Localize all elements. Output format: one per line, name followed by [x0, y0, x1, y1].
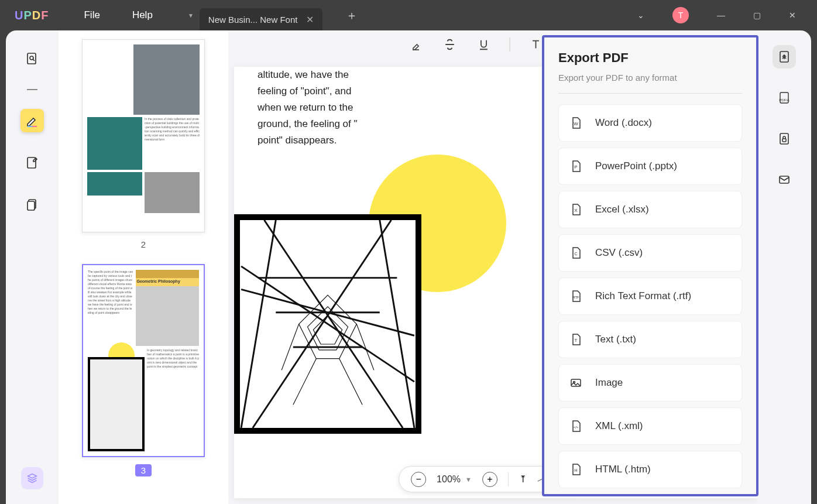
svg-line-21 — [265, 220, 403, 428]
svg-rect-37 — [782, 139, 786, 142]
export-label: Excel (.xlsx) — [595, 204, 649, 215]
thumbnail-label: 3 — [135, 464, 152, 476]
document-tab[interactable]: New Busin... New Font ✕ — [200, 8, 323, 30]
export-powerpoint[interactable]: P PowerPoint (.pptx) — [558, 148, 742, 185]
powerpoint-icon: P — [568, 159, 583, 174]
xml-icon: </> — [568, 419, 583, 434]
export-csv[interactable]: C CSV (.csv) — [558, 234, 742, 272]
divider-icon — [27, 89, 37, 90]
tab-add-button[interactable]: ＋ — [346, 8, 358, 23]
excel-icon: X — [568, 202, 583, 217]
right-toolbar: PDF/A — [757, 30, 811, 504]
pdfa-tool[interactable]: PDF/A — [773, 86, 796, 109]
user-avatar[interactable]: T — [672, 7, 689, 23]
layers-icon[interactable] — [21, 467, 43, 489]
titlebar: UPDF File Help ▼ New Busin... New Font ✕… — [0, 0, 817, 30]
window-controls: ⌄ T — ▢ ✕ — [637, 7, 817, 23]
zoom-in-button[interactable]: + — [482, 472, 497, 487]
share-tool[interactable] — [773, 168, 796, 191]
export-label: CSV (.csv) — [595, 247, 643, 259]
svg-text:RTF: RTF — [572, 296, 579, 299]
svg-text:T: T — [575, 338, 578, 343]
svg-text:</>: </> — [574, 426, 579, 429]
strikethrough-icon[interactable] — [442, 36, 458, 53]
first-page-icon[interactable]: ⤒ — [519, 474, 527, 485]
svg-line-31 — [293, 359, 316, 405]
svg-line-17 — [241, 220, 276, 428]
highlighter-tool[interactable] — [20, 109, 44, 132]
export-label: XML (.xml) — [595, 420, 643, 432]
zoom-out-button[interactable]: − — [411, 472, 426, 487]
svg-text:H: H — [574, 468, 577, 472]
image-icon — [568, 375, 583, 390]
zoom-value[interactable]: 100% ▼ — [437, 474, 472, 485]
minimize-icon[interactable]: — — [717, 11, 725, 20]
rtf-icon: RTF — [568, 289, 583, 304]
export-rtf[interactable]: RTF Rich Text Format (.rtf) — [558, 277, 742, 315]
svg-rect-38 — [780, 176, 789, 183]
export-label: PowerPoint (.pptx) — [595, 160, 677, 172]
svg-text:X: X — [574, 208, 578, 213]
protect-tool[interactable] — [773, 127, 796, 150]
csv-icon: C — [568, 245, 583, 260]
export-label: Text (.txt) — [595, 334, 636, 345]
svg-text:W: W — [574, 121, 578, 126]
text-icon: T — [568, 332, 583, 347]
menu-help[interactable]: Help — [132, 9, 153, 21]
export-text[interactable]: T Text (.txt) — [558, 321, 742, 358]
svg-rect-0 — [28, 53, 36, 64]
zoom-percentage: 100% — [437, 474, 461, 485]
thumbnail-page-3[interactable]: The specific point of the image can be c… — [82, 264, 205, 457]
export-tool[interactable] — [773, 45, 796, 68]
export-panel: Export PDF Export your PDF to any format… — [542, 35, 758, 496]
export-label: Word (.docx) — [595, 117, 652, 129]
export-image[interactable]: Image — [558, 364, 742, 402]
svg-line-2 — [33, 60, 35, 61]
thumbnail-label: 2 — [141, 239, 146, 249]
maximize-icon[interactable]: ▢ — [753, 11, 761, 20]
pages-tool[interactable] — [20, 193, 44, 217]
word-icon: W — [568, 115, 583, 131]
tab-close-icon[interactable]: ✕ — [306, 14, 314, 25]
menu-file[interactable]: File — [84, 9, 99, 21]
left-toolbar — [6, 30, 59, 504]
tab-title: New Busin... New Font — [208, 15, 298, 25]
export-xml[interactable]: </> XML (.xml) — [558, 407, 742, 445]
highlight-icon[interactable] — [408, 36, 424, 53]
export-list: W Word (.docx) P PowerPoint (.pptx) X Ex… — [558, 104, 742, 488]
search-tool[interactable] — [20, 47, 44, 70]
chevron-down-icon[interactable]: ⌄ — [637, 11, 644, 20]
export-subtitle: Export your PDF to any format — [558, 73, 742, 83]
thumbnails-panel[interactable]: In the process of data collection and pr… — [59, 30, 228, 504]
edit-tool[interactable] — [20, 151, 44, 174]
svg-point-1 — [30, 56, 33, 60]
export-excel[interactable]: X Excel (.xlsx) — [558, 191, 742, 228]
thumbnail-wrapper: In the process of data collection and pr… — [82, 39, 205, 249]
chevron-down-icon: ▼ — [465, 476, 472, 483]
svg-text:P: P — [574, 164, 577, 170]
svg-text:C: C — [574, 252, 577, 256]
svg-rect-7 — [28, 201, 35, 210]
close-icon[interactable]: ✕ — [789, 11, 796, 20]
html-icon: H — [568, 462, 583, 477]
export-label: Image — [595, 377, 623, 389]
zoom-divider — [508, 472, 509, 486]
export-divider — [558, 93, 742, 94]
export-label: Rich Text Format (.rtf) — [595, 290, 691, 302]
document-geometric-image — [234, 214, 421, 434]
app-logo: UPDF — [15, 9, 49, 22]
svg-marker-8 — [28, 474, 37, 478]
thumbnail-wrapper: The specific point of the image can be c… — [82, 264, 205, 476]
export-title: Export PDF — [558, 50, 742, 66]
document-text-left: altitude, we have the feeling of "point"… — [258, 67, 369, 149]
svg-line-32 — [339, 359, 362, 405]
svg-line-20 — [241, 266, 414, 382]
export-word[interactable]: W Word (.docx) — [558, 104, 742, 142]
export-label: HTML (.htm) — [595, 464, 651, 475]
svg-line-18 — [380, 220, 414, 428]
export-html[interactable]: H HTML (.htm) — [558, 451, 742, 488]
toolbar-divider — [510, 37, 510, 52]
tab-dropdown-icon[interactable]: ▼ — [182, 6, 200, 24]
underline-icon[interactable] — [476, 36, 492, 53]
thumbnail-page-2[interactable]: In the process of data collection and pr… — [82, 39, 205, 232]
